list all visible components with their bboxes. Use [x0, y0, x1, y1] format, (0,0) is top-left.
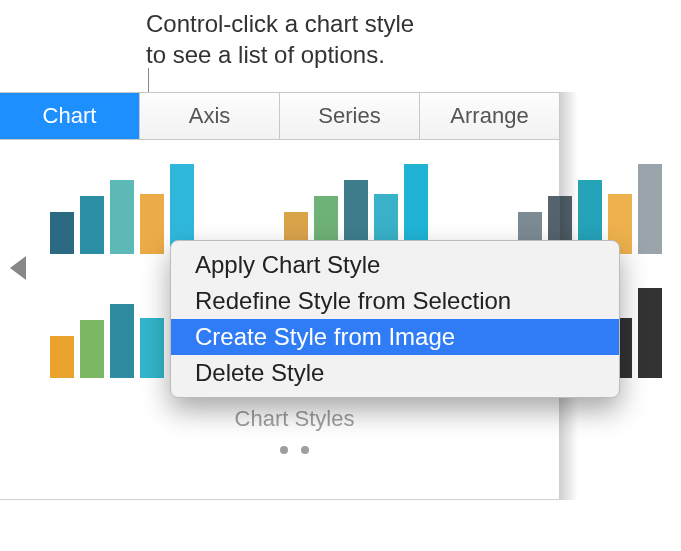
context-menu: Apply Chart Style Redefine Style from Se… — [170, 240, 620, 398]
tab-bar: Chart Axis Series Arrange — [0, 92, 560, 140]
mini-bar — [80, 320, 104, 378]
mini-bar — [110, 304, 134, 378]
mini-bar — [50, 212, 74, 254]
help-caption: Control-click a chart styleto see a list… — [146, 8, 414, 70]
mini-bar — [80, 196, 104, 254]
tab-arrange[interactable]: Arrange — [420, 93, 560, 139]
menu-create-style-from-image[interactable]: Create Style from Image — [171, 319, 619, 355]
page-dot[interactable] — [280, 446, 288, 454]
mini-bar — [140, 194, 164, 254]
menu-redefine-style[interactable]: Redefine Style from Selection — [171, 283, 619, 319]
mini-bar — [638, 288, 662, 378]
mini-bar — [638, 164, 662, 254]
mini-bar — [110, 180, 134, 254]
page-dot[interactable] — [301, 446, 309, 454]
prev-arrow-icon[interactable] — [10, 256, 26, 280]
chart-styles-label: Chart Styles — [50, 406, 539, 432]
tab-axis[interactable]: Axis — [140, 93, 280, 139]
menu-delete-style[interactable]: Delete Style — [171, 355, 619, 391]
tab-chart[interactable]: Chart — [0, 93, 140, 139]
mini-bar — [50, 336, 74, 378]
pagination-dots — [50, 440, 539, 458]
divider — [0, 499, 559, 500]
tab-series[interactable]: Series — [280, 93, 420, 139]
chart-style-thumb[interactable] — [50, 158, 194, 254]
menu-apply-chart-style[interactable]: Apply Chart Style — [171, 247, 619, 283]
mini-bar — [140, 318, 164, 378]
